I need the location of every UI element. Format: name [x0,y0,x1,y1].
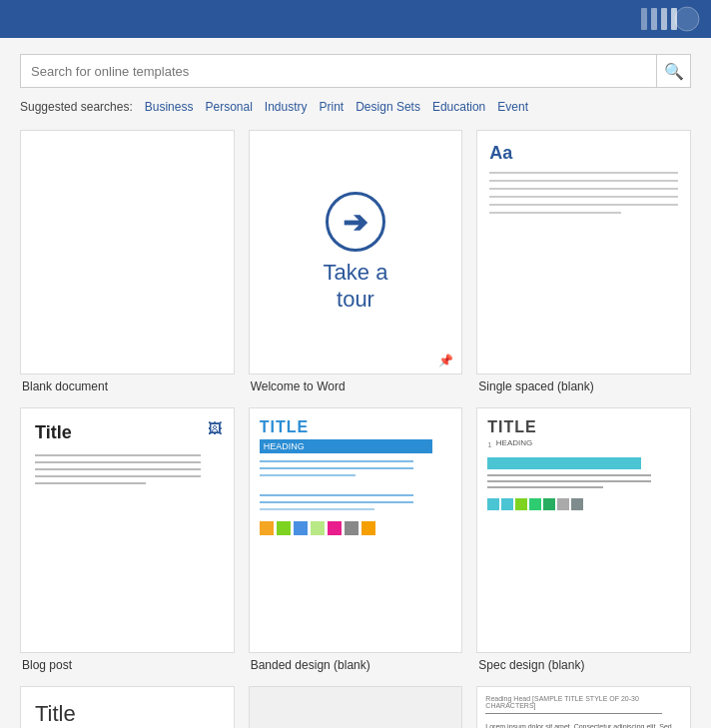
ss-aa: Aa [489,143,512,164]
spec-colors [487,498,583,510]
banded-colors [260,521,375,535]
banded-line-3 [260,474,356,476]
template-report[interactable]: Reading Head [SAMPLE TITLE STYLE OF 20-3… [476,686,691,728]
color-dot-1 [260,521,274,535]
blog-line-4 [35,475,201,477]
svg-rect-0 [641,8,647,30]
single-spaced-label: Single spaced (blank) [476,379,595,393]
main-content: 🔍 Suggested searches: Business Personal … [0,38,711,728]
suggested-link-education[interactable]: Education [428,100,489,114]
svg-rect-2 [661,8,667,30]
spec-label: Spec design (blank) [476,658,586,672]
ss-line-5 [489,204,678,206]
color-dot-6 [345,521,358,535]
color-dot-4 [311,521,325,535]
spec-thumb: TITLE 1 HEADING [476,407,691,652]
color-dot-2 [277,521,291,535]
template-spec[interactable]: TITLE 1 HEADING Sp [476,407,691,671]
spec-title: TITLE [487,418,536,436]
spec-dot-1 [487,498,499,510]
template-grid: Blank document ➔ Take a tour 📌 Welcome t… [20,130,691,728]
banded-thumb: TITLE HEADING [249,407,463,652]
blog-line-1 [35,454,201,456]
suggested-link-industry[interactable]: Industry [261,100,312,114]
spec-heading: HEADING [496,438,532,447]
report-body-text: Lorem ipsum dolor sit amet. Consectetur … [485,722,672,728]
template-blank[interactable]: Blank document [20,130,235,393]
report-header-text: Reading Head [SAMPLE TITLE STYLE OF 20-3… [485,695,662,709]
spec-dot-3 [515,498,527,510]
title-heading-thumb: Title 1 Heading [20,686,235,728]
svg-point-4 [675,7,699,31]
ss-line-2 [489,180,678,182]
blog-thumb: 🖼 Title [20,407,235,652]
color-dot-7 [361,521,375,535]
top-bar [0,0,711,38]
suggested-link-event[interactable]: Event [493,100,532,114]
spec-dot-5 [543,498,555,510]
banded-title: TITLE [260,418,309,436]
th-title: Title [35,701,76,727]
template-blog[interactable]: 🖼 Title Blog post [20,407,235,671]
template-title-heading[interactable]: Title 1 Heading [20,686,235,728]
spec-line-2 [487,480,651,482]
ss-line-4 [489,196,678,198]
spec-line-3 [487,486,603,488]
banded-line-1 [260,460,413,462]
tour-label: Welcome to Word [249,379,348,393]
tour-text: Take a tour [324,260,388,313]
ss-line-6 [489,212,621,214]
blog-line-2 [35,461,201,463]
photo-thumb [249,686,463,728]
suggested-link-design-sets[interactable]: Design Sets [352,100,424,114]
suggested-link-print[interactable]: Print [316,100,349,114]
spec-dot-4 [529,498,541,510]
blog-icon: 🖼 [208,420,222,436]
suggested-link-business[interactable]: Business [141,100,198,114]
suggested-label: Suggested searches: [20,100,133,114]
spec-line-1 [487,474,651,476]
banded-heading-bar: HEADING [260,439,432,453]
single-spaced-thumb: Aa [476,130,691,374]
spec-dot-7 [571,498,583,510]
spec-num: 1 [487,440,491,449]
suggested-searches: Suggested searches: Business Personal In… [20,100,691,114]
blog-label: Blog post [20,658,74,672]
blank-label: Blank document [20,379,110,393]
suggested-link-personal[interactable]: Personal [201,100,256,114]
ss-line-3 [489,188,678,190]
search-input[interactable] [20,54,657,88]
search-button[interactable]: 🔍 [657,54,691,88]
color-dot-3 [294,521,308,535]
report-thumb: Reading Head [SAMPLE TITLE STYLE OF 20-3… [476,686,691,728]
template-single-spaced[interactable]: Aa Single spaced (blank) [476,130,691,393]
report-divider [485,713,662,714]
search-container: 🔍 [20,54,691,88]
tour-thumb: ➔ Take a tour 📌 [249,130,463,374]
banded-label: Banded design (blank) [249,658,372,672]
blank-thumb [20,130,235,374]
spec-dot-2 [501,498,513,510]
blog-title-text: Title [35,422,72,443]
blog-line-3 [35,468,201,470]
banded-line-2 [260,467,413,469]
blog-line-short [35,482,146,484]
template-tour[interactable]: ➔ Take a tour 📌 Welcome to Word [249,130,463,393]
banded-line-4 [260,494,413,496]
svg-rect-1 [651,8,657,30]
banded-line-5 [260,501,413,503]
banded-line-sm-1 [260,508,375,510]
template-photo[interactable] [249,686,463,728]
ss-line-1 [489,172,678,174]
pin-icon: 📌 [438,354,453,367]
tour-arrow-icon: ➔ [326,192,385,252]
logo-area [581,4,701,34]
color-dot-5 [328,521,342,535]
spec-dot-6 [557,498,569,510]
spec-bar [487,457,641,469]
template-banded[interactable]: TITLE HEADING Banded [249,407,463,671]
